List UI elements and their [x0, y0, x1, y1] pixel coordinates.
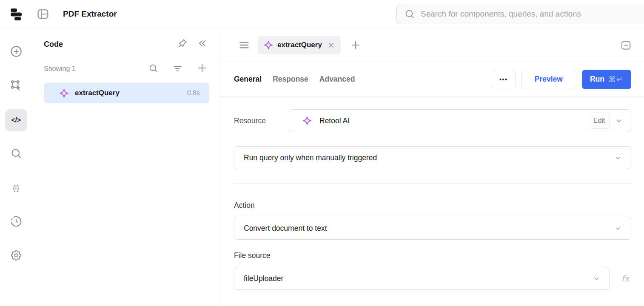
run-label: Run [590, 75, 604, 84]
top-bar: PDF Extractor [0, 0, 644, 28]
action-label: Action [234, 201, 631, 210]
layout-panels-icon[interactable] [36, 7, 50, 21]
app-title: PDF Extractor [63, 9, 117, 19]
left-rail: </> {i} [0, 28, 32, 306]
file-source-label: File source [234, 251, 631, 260]
search-icon [404, 8, 415, 20]
ai-sparkle-icon [264, 40, 273, 50]
run-shortcut-keys: ⌘↵ [608, 75, 623, 84]
chevron-down-icon[interactable] [615, 117, 623, 125]
file-source-value: fileUploader [244, 274, 283, 283]
select-tool-button[interactable] [5, 75, 27, 97]
resource-row: Resource Retool AI Edit [234, 109, 631, 132]
code-panel-title: Code [44, 40, 63, 49]
history-button[interactable] [5, 211, 27, 233]
clock-icon [10, 215, 23, 230]
file-source-row: fileUploader fx [234, 267, 631, 290]
chevron-down-icon [614, 225, 621, 232]
code-panel-button[interactable]: </> [5, 109, 27, 131]
showing-count-label: Showing 1 [44, 65, 76, 73]
run-trigger-select[interactable]: Run query only when manually triggered [234, 146, 631, 169]
editor-tab-bar: extractQuery [219, 28, 644, 62]
tab-extractquery[interactable]: extractQuery [258, 36, 341, 54]
resource-select[interactable]: Retool AI Edit [289, 109, 631, 132]
settings-button[interactable] [5, 245, 27, 267]
resource-value: Retool AI [319, 116, 350, 125]
action-select[interactable]: Convert document to text [234, 217, 631, 240]
resource-label: Resource [234, 116, 289, 125]
menu-icon[interactable] [238, 39, 250, 51]
file-source-select[interactable]: fileUploader [234, 267, 610, 290]
section-divider [234, 183, 631, 184]
retool-logo-icon [9, 7, 24, 21]
run-button[interactable]: Run ⌘↵ [582, 70, 631, 89]
add-component-button[interactable] [5, 41, 27, 63]
chevron-down-icon [593, 275, 600, 282]
fx-expression-icon[interactable]: fx [619, 273, 631, 283]
search-input[interactable] [421, 9, 644, 19]
query-duration: 0.8s [187, 89, 200, 97]
retool-editor-window: PDF Extractor [0, 0, 644, 306]
query-editor: extractQuery [219, 28, 644, 306]
search-queries-icon[interactable] [148, 63, 159, 75]
editor-control-row: General Response Advanced ••• Preview Ru… [219, 62, 644, 97]
chevron-down-icon [614, 154, 621, 162]
query-list-item[interactable]: extractQuery 0.8s [44, 83, 209, 103]
tab-general[interactable]: General [234, 75, 262, 84]
tab-response[interactable]: Response [273, 75, 308, 84]
global-search[interactable] [396, 4, 644, 24]
more-actions-button[interactable]: ••• [492, 70, 516, 89]
retool-logo[interactable] [9, 7, 24, 21]
close-tab-icon[interactable] [327, 41, 335, 49]
state-icon: {i} [13, 184, 19, 193]
preview-button[interactable]: Preview [521, 70, 576, 89]
tab-label: extractQuery [277, 41, 322, 49]
tab-advanced[interactable]: Advanced [319, 75, 355, 84]
add-query-icon[interactable] [197, 62, 208, 75]
new-tab-icon[interactable] [350, 40, 361, 51]
action-value: Convert document to text [244, 224, 327, 233]
run-trigger-value: Run query only when manually triggered [244, 153, 377, 162]
select-cursor-icon [10, 79, 23, 94]
ai-sparkle-icon [302, 116, 312, 125]
code-panel: Code Showing 1 [33, 28, 218, 306]
edit-resource-button[interactable]: Edit [589, 113, 610, 129]
search-panel-button[interactable] [5, 143, 27, 165]
state-panel-button[interactable]: {i} [5, 177, 27, 199]
plus-circle-icon [10, 45, 23, 60]
ai-sparkle-icon [59, 88, 69, 98]
search-icon [10, 147, 23, 162]
general-tab-content: Resource Retool AI Edit [219, 97, 644, 290]
query-name: extractQuery [75, 89, 120, 97]
filter-icon[interactable] [172, 63, 183, 75]
gear-icon [10, 249, 23, 264]
code-icon: </> [11, 116, 21, 124]
collapse-panel-icon[interactable] [197, 38, 208, 50]
pin-icon[interactable] [177, 38, 188, 51]
minimize-editor-icon[interactable] [620, 39, 632, 51]
